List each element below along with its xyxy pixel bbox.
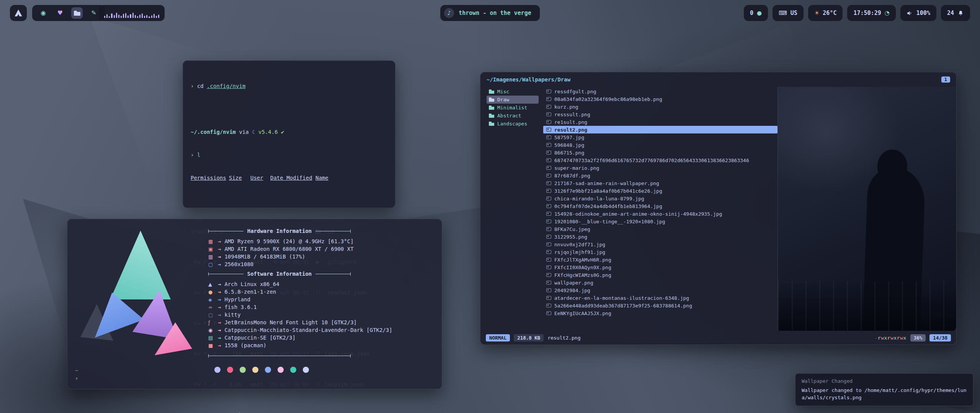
file-manager-window[interactable]: ~/Imagenes/Wallpapers/Draw 1 Misc Draw <box>480 72 957 345</box>
file-row[interactable]: re1sult.png <box>543 118 777 126</box>
file-manager-body: Misc Draw Minimalist Abstract <box>480 87 956 331</box>
file-name: 154928-odinokoe_anime-art-anime-okno-sin… <box>554 211 722 217</box>
file-row[interactable]: 68747470733a2f2f696d616765732d7769786d70… <box>543 156 777 164</box>
file-row[interactable]: result2.png <box>543 126 777 133</box>
file-name: 3126f7e9bbf21a8a4af0b67b041c6e26.jpg <box>554 188 662 194</box>
directory-row[interactable]: Abstract <box>487 112 539 120</box>
file-row[interactable]: 0c794faf07de24a4db4d4fb1eb813964.jpg <box>543 202 777 210</box>
file-table-row: .rw-r--r-- 11k matt 18 oct 13:29 LICENSE <box>191 411 387 413</box>
clock-module[interactable]: 17:50:29 ◔ <box>847 5 895 21</box>
image-file-icon <box>546 166 551 170</box>
image-file-icon <box>546 120 551 124</box>
breadcrumb-path[interactable]: ~/Imagenes/Wallpapers/Draw <box>487 76 570 83</box>
file-row[interactable]: EeNKYgIUcAAJ5JX.png <box>543 309 777 317</box>
notifications-module[interactable]: 24 <box>941 5 970 21</box>
status-bar: NORMAL 218.8 KB result2.png -rwxrwxrwx 3… <box>480 331 956 345</box>
info-icon: ▢ <box>208 262 214 267</box>
file-row[interactable]: 08a634fa02a32364f69ebc86a98eb1eb.png <box>543 95 777 103</box>
file-row[interactable]: 87r687df.png <box>543 172 777 179</box>
image-file-icon <box>546 288 551 292</box>
file-row[interactable]: ressdfgult.png <box>543 88 777 95</box>
file-row[interactable]: FXfcJlTXgAMvH6R.png <box>543 256 777 263</box>
info-icon: ▤ <box>208 335 214 341</box>
file-row[interactable]: 19201080-__blue-tinge__-1920×1080.jpg <box>543 218 777 225</box>
file-row[interactable]: 217167-sad-anime-rain-wallpaper.png <box>543 179 777 187</box>
arrow-icon <box>218 319 221 325</box>
file-name: 20492984.jpg <box>554 288 590 293</box>
info-icon: ▥ <box>208 254 214 260</box>
file-row[interactable]: kurz.png <box>543 103 777 111</box>
info-icon: ◈ <box>208 297 214 302</box>
fetch-prompt[interactable]: ~ › <box>75 367 82 382</box>
clock-icon: ◔ <box>885 10 890 16</box>
info-text: 10948MiB / 64183MiB (17%) <box>224 254 305 260</box>
file-row[interactable]: 5a266e448add93deab367d87173e9f25-6837886… <box>543 302 777 309</box>
file-row[interactable]: super-mario.png <box>543 164 777 172</box>
visualizer-bar <box>116 13 117 18</box>
file-name: kurz.png <box>554 104 578 110</box>
notification-title: Wallpaper Changed <box>802 378 967 384</box>
visualizer-bar <box>118 15 119 18</box>
workspace-button[interactable] <box>71 7 83 19</box>
speaker-icon <box>906 10 913 16</box>
terminal-window[interactable]: › cd .config/nvim ~/.config/nvim via ☾ v… <box>183 60 395 208</box>
directory-row[interactable]: Minimalist <box>487 104 539 112</box>
music-title: thrown - on the verge <box>459 10 531 16</box>
directory-row[interactable]: Landscapes <box>487 120 539 128</box>
hardware-info-list: ▦ AMD Ryzen 9 5900X (24) @ 4.9GHz [61.3°… <box>208 237 432 268</box>
info-icon: ▢ <box>208 312 214 318</box>
workspace-button[interactable]: ♥ <box>54 7 66 19</box>
arrow-icon <box>218 335 221 341</box>
volume-module[interactable]: 100% <box>900 5 936 21</box>
workspace-button[interactable]: ◉ <box>38 7 49 19</box>
file-row[interactable]: 8FKa7Cu.jpeg <box>543 225 777 233</box>
launcher-button[interactable] <box>10 5 27 21</box>
keyboard-layout-module[interactable]: ⌨ US <box>773 5 804 21</box>
workspace-button[interactable]: ✎ <box>88 7 100 19</box>
file-row[interactable]: nnvuv0xj2df71.jpg <box>543 241 777 248</box>
directory-name: Misc <box>497 89 509 94</box>
updates-module[interactable]: 0 ● <box>744 5 768 21</box>
topbar-right-modules: 0 ● ⌨ US ☀ 26°C 17:50:29 ◔ 100% 24 <box>744 5 970 21</box>
audio-visualizer <box>99 5 165 21</box>
file-row[interactable]: resssult.png <box>543 111 777 118</box>
music-player-widget[interactable]: ♪ thrown - on the verge <box>440 5 540 21</box>
folder-icon <box>489 114 495 118</box>
file-name: 3122955.png <box>554 234 587 240</box>
file-row[interactable]: 3122955.png <box>543 233 777 241</box>
tab-badge[interactable]: 1 <box>941 76 950 83</box>
file-row[interactable]: 596848.jpg <box>543 141 777 149</box>
file-row[interactable]: 154928-odinokoe_anime-art-anime-okno-sin… <box>543 210 777 218</box>
fetch-terminal-window[interactable]: Hardware Information ▦ AMD Ryzen 9 5900X… <box>67 219 442 389</box>
terminal-line-command: › cd .config/nvim <box>191 82 387 90</box>
file-row[interactable]: 20492984.jpg <box>543 286 777 294</box>
file-name: resssult.png <box>554 112 590 117</box>
file-row[interactable]: 866715.png <box>543 149 777 156</box>
directory-row[interactable]: Misc <box>487 88 539 96</box>
notification-popup[interactable]: Wallpaper Changed Wallpaper changed to /… <box>795 373 973 406</box>
file-permissions: -rwxrwxrwx <box>875 335 906 341</box>
file-row[interactable]: atardecer-en-la-montanas-ilustracion-634… <box>543 294 777 302</box>
directory-name: Minimalist <box>497 105 527 111</box>
file-row[interactable]: 3126f7e9bbf21a8a4af0b67b041c6e26.jpg <box>543 187 777 195</box>
info-text: Arch Linux x86_64 <box>224 281 279 287</box>
header-size: Size <box>229 174 246 182</box>
file-name: FXfcII0X0AQyn9X.png <box>554 265 611 270</box>
file-name: EeNKYgIUcAAJ5JX.png <box>554 311 611 316</box>
image-file-icon <box>546 281 551 285</box>
file-row[interactable]: rsjqojlmjhf91.jpg <box>543 248 777 256</box>
directory-row[interactable]: Draw <box>487 96 539 104</box>
temperature-module[interactable]: ☀ 26°C <box>808 5 843 21</box>
info-line: ■ 1558 (pacman) <box>208 341 432 349</box>
image-file-icon <box>546 227 551 231</box>
file-row[interactable]: FXfcHgcWIAMzs0G.png <box>543 271 777 279</box>
file-row[interactable]: 587597.jpg <box>543 133 777 141</box>
hardware-section-title: Hardware Information <box>208 227 351 235</box>
lua-icon: ☾ <box>252 129 255 135</box>
file-row[interactable]: chica-mirando-la-luna-8799.jpg <box>543 195 777 202</box>
palette-dot <box>290 367 296 373</box>
file-manager-header: ~/Imagenes/Wallpapers/Draw 1 <box>480 72 956 87</box>
file-row[interactable]: wallpaper.png <box>543 279 777 286</box>
file-row[interactable]: FXfcII0X0AQyn9X.png <box>543 263 777 271</box>
info-text: Catppuccin-SE [GTK2/3] <box>224 335 295 341</box>
